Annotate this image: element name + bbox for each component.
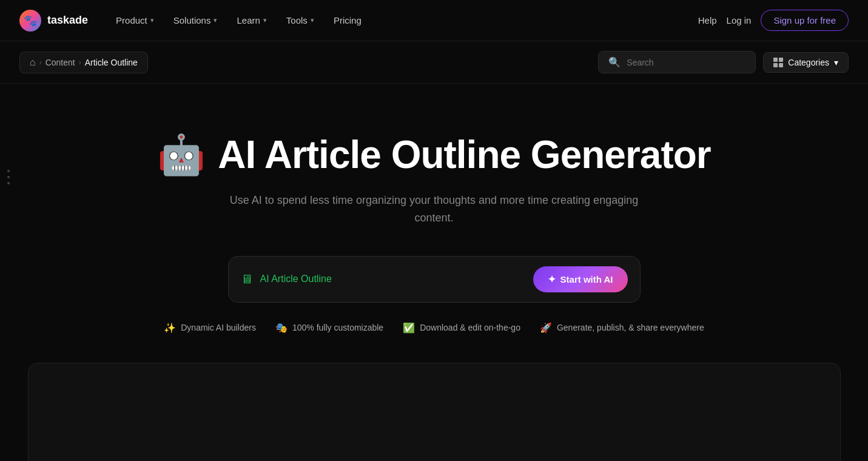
cta-input-label: AI Article Outline <box>260 274 332 284</box>
nav-tools[interactable]: Tools ▾ <box>278 10 323 30</box>
nav-links: Product ▾ Solutions ▾ Learn ▾ Tools ▾ Pr… <box>107 10 370 30</box>
hero-title-row: 🤖 AI Article Outline Generator <box>157 132 710 177</box>
nav-signup-button[interactable]: Sign up for free <box>761 10 849 31</box>
logo-icon: 🐾 <box>19 10 41 32</box>
decorative-dots <box>7 170 10 184</box>
download-feature-icon: ✅ <box>403 322 415 334</box>
nav-left: 🐾 taskade Product ▾ Solutions ▾ Learn ▾ … <box>19 10 370 32</box>
home-icon[interactable]: ⌂ <box>30 57 36 68</box>
main-nav: 🐾 taskade Product ▾ Solutions ▾ Learn ▾ … <box>0 0 868 41</box>
breadcrumb: ⌂ › Content › Article Outline <box>19 52 148 73</box>
categories-chevron: ▾ <box>834 58 838 67</box>
sparkle-icon: ✦ <box>548 274 556 285</box>
robot-emoji: 🤖 <box>157 135 206 174</box>
feature-label: Generate, publish, & share everywhere <box>557 323 704 332</box>
grid-icon <box>773 58 783 67</box>
chevron-icon: ▾ <box>150 16 154 24</box>
nav-learn[interactable]: Learn ▾ <box>228 10 275 30</box>
nav-pricing[interactable]: Pricing <box>325 10 370 30</box>
nav-login-link[interactable]: Log in <box>727 15 752 25</box>
breadcrumb-sep: › <box>39 58 42 67</box>
nav-right: Help Log in Sign up for free <box>698 10 849 31</box>
search-icon: 🔍 <box>608 56 621 68</box>
custom-feature-icon: 🎭 <box>275 322 288 334</box>
cta-ai-icon: 🖥 <box>241 272 253 286</box>
sparkle-feature-icon: ✨ <box>164 322 176 334</box>
features-row: ✨ Dynamic AI builders 🎭 100% fully custo… <box>164 322 704 334</box>
feature-customizable: 🎭 100% fully customizable <box>275 322 383 334</box>
chevron-icon: ▾ <box>263 16 267 24</box>
logo-text: taskade <box>47 14 88 27</box>
feature-label: Dynamic AI builders <box>181 323 256 332</box>
nav-solutions[interactable]: Solutions ▾ <box>165 10 226 30</box>
bottom-preview-card <box>28 363 841 461</box>
hero-title: AI Article Outline Generator <box>218 132 710 177</box>
share-feature-icon: 🚀 <box>540 322 552 334</box>
start-with-ai-button[interactable]: ✦ Start with AI <box>533 266 628 292</box>
second-bar: ⌂ › Content › Article Outline 🔍 Categori… <box>0 41 868 84</box>
feature-label: 100% fully customizable <box>292 323 383 332</box>
feature-download: ✅ Download & edit on-the-go <box>403 322 520 334</box>
search-bar: 🔍 <box>598 51 756 73</box>
cta-button-label: Start with AI <box>560 274 613 284</box>
chevron-icon: ▾ <box>214 16 217 24</box>
categories-button[interactable]: Categories ▾ <box>763 52 849 73</box>
main-content: 🤖 AI Article Outline Generator Use AI to… <box>0 84 868 461</box>
nav-product[interactable]: Product ▾ <box>107 10 163 30</box>
chevron-icon: ▾ <box>311 16 314 24</box>
second-bar-right: 🔍 Categories ▾ <box>598 51 849 73</box>
categories-label: Categories <box>788 58 829 67</box>
breadcrumb-current: Article Outline <box>85 58 138 67</box>
logo[interactable]: 🐾 taskade <box>19 10 88 32</box>
cta-left: 🖥 AI Article Outline <box>241 272 332 286</box>
cta-box: 🖥 AI Article Outline ✦ Start with AI <box>228 256 641 303</box>
breadcrumb-sep-2: › <box>79 58 81 67</box>
nav-help-link[interactable]: Help <box>698 15 717 25</box>
feature-share: 🚀 Generate, publish, & share everywhere <box>540 322 704 334</box>
hero-subtitle: Use AI to spend less time organizing you… <box>222 192 647 227</box>
breadcrumb-content[interactable]: Content <box>45 58 75 67</box>
feature-label: Download & edit on-the-go <box>420 323 520 332</box>
feature-dynamic-builders: ✨ Dynamic AI builders <box>164 322 256 334</box>
search-input[interactable] <box>627 58 745 67</box>
